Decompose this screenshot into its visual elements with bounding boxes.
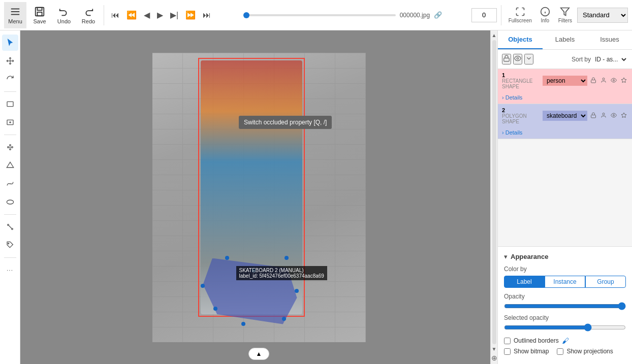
object-item-person: 1 RECTANGLE SHAPE person skateboard [498,69,632,104]
polygon-tool[interactable] [2,157,18,174]
save-button[interactable]: Save [28,2,51,28]
handle-3[interactable] [251,269,256,273]
handle-6[interactable] [282,317,286,321]
undo-button[interactable]: Undo [53,2,75,28]
object-2-label-select[interactable]: skateboard person [543,111,587,121]
obj-2-person-btn[interactable] [599,111,608,121]
handle-4[interactable] [285,256,289,260]
cursor-tool[interactable] [2,35,18,51]
svg-marker-32 [621,78,626,83]
obj-1-person-btn[interactable] [599,76,608,86]
rectangle-tool[interactable] [2,96,18,112]
region-search-tool[interactable] [2,114,18,130]
appearance-header[interactable]: ▾ Appearance [504,253,626,260]
color-tab-instance[interactable]: Instance [545,276,585,288]
opacity-slider[interactable] [504,302,626,310]
lock-all-btn[interactable] [502,54,511,64]
progress-dot [243,12,249,18]
scroll-plus-btn[interactable]: ⊕ [491,354,497,362]
color-tab-group[interactable]: Group [585,276,626,288]
scroll-track[interactable] [492,40,496,344]
eye-all-btn[interactable] [513,54,522,64]
separator-2 [501,5,501,25]
panel-tabs: Objects Labels Issues [498,30,632,50]
outlined-borders-checkbox[interactable] [504,338,511,344]
svg-point-18 [9,145,11,146]
rotate-tool[interactable] [2,71,18,87]
progress-bar[interactable] [243,14,396,16]
show-bitmap-checkbox[interactable] [504,348,511,355]
track-tool[interactable] [2,219,18,235]
handle-2[interactable] [225,256,229,260]
obj-2-eye-btn[interactable] [610,111,618,121]
show-projections-checkbox[interactable] [557,348,563,355]
details-1-label: Details [505,94,523,101]
svg-point-30 [603,78,605,80]
info-button[interactable]: Info [537,4,553,26]
toolbar: Menu Save Undo Redo ⏮ ⏪ ◀ ▶ ▶| ⏩ ⏭ [0,0,632,30]
handle-1[interactable] [201,284,205,288]
collapse-btn[interactable]: ▲ [248,348,270,360]
dropdown-btn[interactable] [524,54,533,64]
nav-next-button[interactable]: ▶| [167,8,181,22]
object-1-label-select[interactable]: person skateboard [543,76,587,86]
redo-label: Redo [82,18,95,24]
fullscreen-button[interactable]: Fullscreen [505,4,535,26]
svg-point-17 [11,147,13,148]
filter-select[interactable]: Standard [577,8,628,23]
scroll-up-btn[interactable]: ▲ [492,32,497,38]
object-1-details[interactable]: › Details [498,92,632,104]
obj-2-lock-btn[interactable] [589,111,597,121]
occluded-tooltip: Switch occluded property [Q, /] [239,116,332,129]
tag-tool[interactable] [2,237,18,253]
tab-issues[interactable]: Issues [587,30,632,49]
paint-icon[interactable]: 🖌 [562,337,569,345]
selected-opacity-slider[interactable] [504,323,626,332]
redo-button[interactable]: Redo [77,2,100,28]
tab-objects[interactable]: Objects [498,30,543,49]
nav-last-button[interactable]: ⏭ [200,9,214,22]
canvas-area[interactable]: SKATEBOARD 2 (MANUAL) label_id: 5f452476… [20,30,497,364]
svg-point-19 [9,149,11,150]
vertical-scrollbar[interactable]: ▲ ▼ ⊕ [490,30,497,364]
handle-5[interactable] [295,289,299,293]
obj-1-star-btn[interactable] [620,76,628,86]
svg-point-22 [7,200,13,204]
frame-input[interactable] [471,8,497,22]
more-tools[interactable]: ··· [2,262,18,278]
nav-first-button[interactable]: ⏮ [108,9,122,22]
nav-play-button[interactable]: ▶ [154,8,166,22]
show-projections-row: Show projections [557,348,613,355]
ellipse-tool[interactable] [2,194,18,210]
bezier-tool[interactable] [2,176,18,192]
appearance-collapse-icon: ▾ [504,253,508,260]
obj-2-star-btn[interactable] [620,111,628,121]
filters-button[interactable]: Filters [555,4,575,26]
nodes-tool[interactable] [2,139,18,155]
object-2-details[interactable]: › Details [498,127,632,139]
nav-prev-button[interactable]: ◀ [141,8,153,22]
tab-labels[interactable]: Labels [543,30,587,49]
color-tab-label[interactable]: Label [504,276,545,288]
nav-next-many-button[interactable]: ⏩ [182,8,199,22]
menu-button[interactable]: Menu [4,2,26,28]
handle-8[interactable] [213,307,217,311]
nav-prev-many-button[interactable]: ⏪ [123,8,140,22]
handle-7[interactable] [241,322,245,326]
scroll-down-btn[interactable]: ▼ [492,346,497,352]
appearance-title: Appearance [511,253,548,260]
link-icon[interactable]: 🔗 [434,11,442,19]
filename: 000000.jpg [400,12,430,19]
svg-point-31 [613,80,615,81]
canvas-bottom-btn[interactable]: ▲ [248,348,270,360]
object-1-type: RECTANGLE SHAPE [502,78,539,89]
obj-1-lock-btn[interactable] [589,76,597,86]
sort-label: Sort by [572,56,591,63]
show-bitmap-row: Show bitmap [504,348,549,355]
color-by-tabs: Label Instance Group [504,276,626,288]
sort-select[interactable]: ID - as... ID - desc Label [593,55,628,63]
save-label: Save [33,18,46,24]
obj-1-eye-btn[interactable] [610,76,618,86]
move-tool[interactable] [2,53,18,69]
svg-rect-29 [591,80,596,83]
